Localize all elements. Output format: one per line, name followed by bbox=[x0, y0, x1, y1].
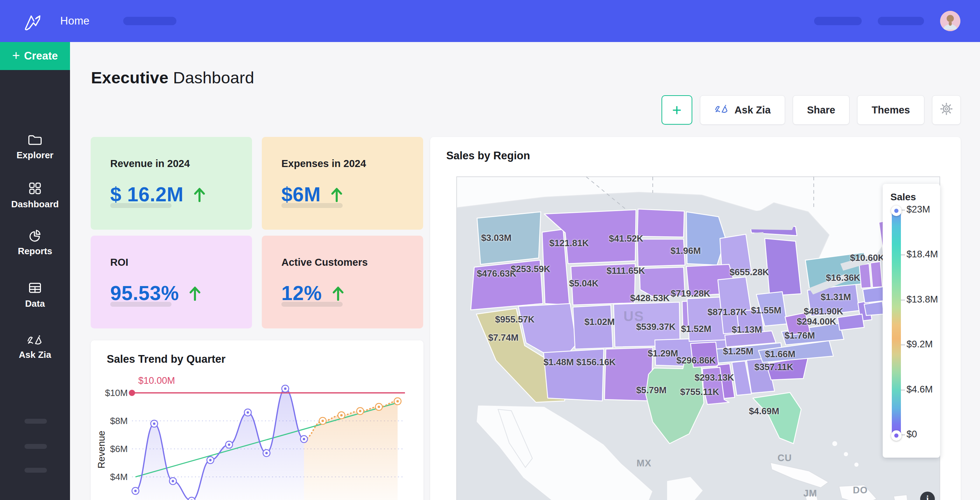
up-arrow-icon bbox=[330, 186, 344, 202]
table-icon bbox=[0, 282, 70, 295]
legend-min-handle[interactable] bbox=[891, 430, 902, 441]
legend-tick-label: $18.4M bbox=[907, 249, 938, 260]
svg-text:Revenue: Revenue bbox=[97, 431, 107, 468]
kpi-label: Revenue in 2024 bbox=[110, 158, 232, 169]
gear-icon bbox=[939, 102, 953, 118]
kpi-value: $ 16.2M bbox=[110, 183, 183, 206]
sidebar-skeleton-item bbox=[24, 444, 47, 449]
share-button[interactable]: Share bbox=[793, 95, 850, 125]
sidebar-item-label: Ask Zia bbox=[0, 349, 70, 360]
state-FL[interactable] bbox=[753, 393, 801, 444]
state-SD[interactable] bbox=[637, 239, 685, 266]
svg-text:$10M: $10M bbox=[105, 388, 128, 398]
sidebar-item-label: Reports bbox=[0, 246, 70, 256]
kpi-label: ROI bbox=[110, 256, 232, 268]
pie-icon bbox=[0, 228, 70, 242]
up-arrow-icon bbox=[192, 186, 207, 202]
add-widget-button[interactable]: + bbox=[662, 95, 692, 125]
kpi-card-active-customers[interactable]: Active Customers12% bbox=[262, 236, 423, 328]
legend-tick-label: $4.6M bbox=[907, 384, 933, 395]
sidebar-item-explorer[interactable]: Explorer bbox=[0, 134, 70, 161]
sidebar-item-label: Explorer bbox=[0, 150, 70, 161]
state-MI[interactable] bbox=[765, 239, 801, 296]
kpi-shimmer-bar bbox=[282, 203, 343, 208]
kpi-shimmer-bar bbox=[282, 302, 343, 307]
legend-tick-label: $23M bbox=[907, 204, 930, 215]
legend-tick-label: $9.2M bbox=[907, 339, 933, 350]
kpi-value: $6M bbox=[282, 183, 321, 206]
state-WY[interactable] bbox=[571, 264, 635, 305]
state-WV[interactable] bbox=[785, 313, 810, 335]
sidebar-item-dashboard[interactable]: Dashboard bbox=[0, 182, 70, 210]
nav-home-link[interactable]: Home bbox=[60, 15, 90, 27]
create-button[interactable]: + Create bbox=[0, 42, 70, 70]
map-canvas bbox=[457, 177, 940, 500]
header-toolbar: + Ask Zia Share Themes bbox=[662, 95, 961, 125]
sidebar-item-ask-zia[interactable]: Ask Zia bbox=[0, 334, 70, 360]
us-choropleth-map[interactable]: $3.03M$476.63K$253.59K$121.81K$41.52K$11… bbox=[457, 177, 940, 500]
state-NE[interactable] bbox=[640, 267, 685, 296]
state-CT[interactable] bbox=[864, 301, 884, 315]
kpi-grid: Revenue in 2024$ 16.2MExpenses in 2024$6… bbox=[91, 137, 423, 328]
kpi-card-expenses-in-2024[interactable]: Expenses in 2024$6M bbox=[262, 137, 423, 230]
nav-placeholder-pill bbox=[814, 17, 862, 25]
kpi-value: 12% bbox=[282, 282, 322, 305]
kpi-label: Expenses in 2024 bbox=[282, 158, 404, 169]
kpi-value: 95.53% bbox=[110, 282, 179, 305]
state-VT[interactable] bbox=[859, 264, 871, 288]
user-avatar[interactable] bbox=[940, 11, 960, 31]
sales-by-region-card: Sales by Region bbox=[430, 137, 961, 500]
page-title: Executive Dashboard bbox=[91, 68, 254, 87]
svg-text:$8M: $8M bbox=[110, 416, 128, 426]
zia-icon bbox=[714, 104, 729, 116]
state-NM[interactable] bbox=[605, 348, 653, 401]
kpi-shimmer-bar bbox=[110, 302, 172, 307]
up-arrow-icon bbox=[331, 285, 345, 301]
svg-text:$6M: $6M bbox=[110, 444, 128, 454]
ask-zia-button[interactable]: Ask Zia bbox=[700, 95, 785, 125]
state-ND[interactable] bbox=[637, 209, 684, 237]
state-OR[interactable] bbox=[471, 260, 543, 310]
main-content: Executive Dashboard + Ask Zia Share Them… bbox=[70, 42, 980, 500]
legend-gradient-bar[interactable] bbox=[892, 210, 901, 435]
nav-placeholder-pill bbox=[123, 17, 177, 25]
state-ID[interactable] bbox=[542, 229, 570, 305]
folder-icon bbox=[0, 134, 70, 146]
plus-icon: + bbox=[12, 48, 20, 63]
state-MD[interactable] bbox=[838, 314, 864, 330]
svg-text:$10.00M: $10.00M bbox=[138, 375, 175, 386]
analytics-logo-icon[interactable] bbox=[20, 9, 45, 33]
settings-button[interactable] bbox=[932, 95, 961, 125]
legend-max-handle[interactable] bbox=[891, 205, 902, 216]
sidebar-item-data[interactable]: Data bbox=[0, 282, 70, 309]
state-NH[interactable] bbox=[870, 261, 882, 287]
sales-trend-card: Sales Trend by Quarter $10.00M$2M$4M$6M$… bbox=[91, 340, 423, 500]
sidebar-skeleton-item bbox=[24, 419, 47, 424]
chart-title: Sales Trend by Quarter bbox=[107, 353, 225, 366]
grid-icon bbox=[0, 182, 70, 195]
kpi-card-revenue-in-2024[interactable]: Revenue in 2024$ 16.2M bbox=[91, 137, 252, 230]
kpi-label: Active Customers bbox=[282, 256, 404, 268]
state-UT[interactable] bbox=[573, 305, 613, 349]
map-legend: Sales $23M$18.4M$13.8M$9.2M$4.6M$0 bbox=[883, 184, 940, 458]
zia-icon bbox=[0, 334, 70, 346]
state-AZ[interactable] bbox=[544, 349, 604, 401]
top-navbar: Home bbox=[0, 0, 980, 42]
state-AR[interactable] bbox=[690, 342, 719, 367]
legend-tick-label: $0 bbox=[907, 429, 917, 440]
themes-button[interactable]: Themes bbox=[857, 95, 924, 125]
sidebar-item-reports[interactable]: Reports bbox=[0, 228, 70, 256]
sidebar-item-label: Dashboard bbox=[0, 199, 70, 210]
legend-tick-label: $13.8M bbox=[907, 294, 938, 305]
state-WA[interactable] bbox=[477, 212, 541, 264]
sales-trend-chart[interactable]: $10.00M$2M$4M$6M$8M$10M2022202320242025R… bbox=[97, 368, 417, 500]
legend-title: Sales bbox=[890, 191, 916, 203]
up-arrow-icon bbox=[188, 285, 202, 301]
svg-text:$4M: $4M bbox=[110, 471, 128, 482]
kpi-shimmer-bar bbox=[110, 203, 172, 208]
state-TX[interactable] bbox=[646, 359, 704, 444]
kpi-card-roi[interactable]: ROI95.53% bbox=[91, 236, 252, 328]
sidebar-item-label: Data bbox=[0, 298, 70, 309]
left-sidebar: + Create ExplorerDashboardReportsDataAsk… bbox=[0, 42, 70, 500]
sidebar-skeleton-item bbox=[24, 468, 47, 473]
